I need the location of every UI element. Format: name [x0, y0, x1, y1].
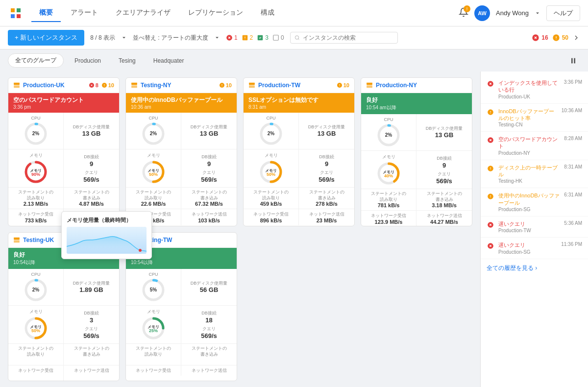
stmt-write-label: ステートメントの書き込み — [420, 191, 468, 202]
event-title[interactable]: 使用中のInnoDBバッファープール — [498, 192, 560, 206]
svg-line-9 — [298, 39, 299, 40]
memory-label: メモリ — [382, 154, 395, 160]
net-recv-label: ネットワーク受信 — [365, 213, 412, 219]
event-title[interactable]: ディスク上の一時テーブル — [498, 164, 560, 178]
sort-dropdown-icon[interactable] — [214, 35, 220, 41]
event-title[interactable]: 遅いクエリ — [498, 220, 560, 227]
event-content: InnoDBバッファープールのヒット率 Testing-CN — [498, 108, 558, 128]
stmt-read-cell: ステートメントの読み取り 781 kB/s — [361, 189, 416, 210]
nav-item-config[interactable]: 構成 — [253, 4, 282, 22]
memory-gauge-svg: メモリ 90% — [24, 160, 48, 184]
cpu-gauge-cell: CPU 2% — [8, 113, 64, 149]
display-info: 8 / 8 表示 — [90, 34, 115, 42]
cpu-gauge-cell: CPU 2% — [8, 269, 64, 305]
memory-tooltip: メモリ使用量（最終時間） — [61, 211, 152, 259]
status-bar: 空のパスワードアカウント 3:36 pm — [8, 93, 119, 113]
sort-info[interactable]: 並べ替え : アラートの重大度 — [133, 34, 208, 42]
stmt-read-label: ステートメントの読み取り — [247, 190, 294, 201]
card-title[interactable]: Production-NY — [376, 82, 467, 89]
event-dot — [487, 165, 494, 172]
svg-text:2%: 2% — [32, 131, 40, 136]
stmt-write-cell: ステートメントの書き込み 67.32 MB/s — [181, 188, 237, 209]
cpu-gauge-cell: CPU 5% — [126, 269, 181, 305]
net-send-value — [68, 374, 115, 380]
bell-icon[interactable]: ! — [459, 7, 468, 19]
query-value: 569/s — [201, 332, 217, 339]
conn-query-cell: DB接続 9 クエリ 569/s — [64, 149, 119, 187]
help-button[interactable]: ヘルプ — [546, 5, 580, 21]
conn-query-cell: DB接続 3 クエリ 569/s — [64, 306, 119, 343]
stmt-read-label: ステートメントの読み取り — [130, 190, 177, 201]
instance-card-testing-ny: Testing-NY 10 使用中のInnoDBバッファープール 10:36 a… — [125, 77, 237, 226]
card-title[interactable]: Testing-NY — [141, 82, 216, 89]
svg-point-37 — [221, 86, 222, 87]
group-tab-testing[interactable]: Tesing — [112, 55, 143, 67]
display-dropdown-icon[interactable] — [121, 35, 127, 41]
net-send-label: ネットワーク送信 — [420, 213, 468, 219]
query-label: クエリ — [202, 326, 216, 332]
query-label: クエリ — [202, 169, 216, 176]
net-send-label: ネットワーク送信 — [303, 211, 350, 218]
group-tab-headquater[interactable]: Headquater — [147, 55, 191, 67]
nav-item-overview[interactable]: 概要 — [31, 4, 61, 22]
card-badge-warning: 10 — [337, 82, 349, 88]
badge-ok[interactable]: 3 — [257, 34, 269, 41]
conn-query-cell: DB接続 9 クエリ 569/s — [299, 149, 354, 187]
cpu-label: CPU — [266, 116, 275, 121]
server-icon — [13, 82, 20, 89]
svg-rect-7 — [273, 35, 279, 41]
event-title[interactable]: インデックスを使用している行 — [498, 79, 560, 94]
card-title[interactable]: Production-TW — [258, 82, 334, 89]
event-time: 8:31 AM — [564, 164, 582, 184]
pause-button[interactable] — [566, 54, 580, 68]
badge-error[interactable]: 1 — [226, 34, 238, 41]
search-input[interactable] — [303, 34, 393, 41]
chevron-right-icon[interactable] — [572, 34, 580, 42]
memory-gauge-cell: メモリ メモリ 50% — [8, 306, 64, 343]
svg-text:2%: 2% — [150, 131, 157, 136]
db-conn-label: DB接続 — [84, 310, 99, 316]
toolbar-right: 16 50 — [532, 34, 580, 42]
memory-conn-row: メモリ メモリ 90% DB接続 9 クエリ 569/s — [8, 149, 119, 188]
svg-text:50%: 50% — [149, 172, 158, 177]
cpu-label: CPU — [31, 116, 40, 121]
instance-card-production-ny: Production-NY 良好 10:54 am以降 CPU 2% — [361, 77, 472, 226]
see-all-link[interactable]: 全ての履歴を見る › — [481, 259, 588, 277]
group-tabs: 全てのグループ Producion Tesing Headquater — [0, 49, 588, 72]
status-time: 3:36 pm — [13, 104, 114, 110]
db-disk-label: DBディスク使用量 — [73, 124, 110, 130]
memory-conn-row: メモリ メモリ 40% DB接続 9 クエリ 569/s — [361, 151, 472, 189]
card-title[interactable]: Testing-TW — [141, 237, 232, 243]
nav-item-replication[interactable]: レプリケーション — [180, 4, 251, 22]
nav-item-alerts[interactable]: アラート — [63, 4, 106, 22]
event-title[interactable]: 遅いクエリ — [498, 242, 557, 248]
db-disk-cell: DBディスク使用量 13 GB — [416, 114, 472, 150]
new-instance-button[interactable]: + 新しいインスタンス — [8, 30, 84, 46]
badge-gray[interactable]: 0 — [272, 34, 284, 41]
badge-warning[interactable]: 2 — [242, 34, 253, 41]
stmt-write-value: 278 kB/s — [303, 201, 350, 207]
warn-box-icon — [242, 34, 248, 41]
event-title[interactable]: 空のパスワードアカウント — [498, 136, 560, 150]
group-tab-production[interactable]: Producion — [68, 55, 108, 67]
stmt-write-value — [68, 357, 115, 363]
group-tab-all[interactable]: 全てのグループ — [8, 53, 64, 68]
svg-text:2%: 2% — [268, 131, 275, 136]
stmt-write-label: ステートメントの書き込み — [185, 190, 233, 201]
card-title[interactable]: Production-UK — [23, 82, 86, 89]
net-recv-value — [12, 374, 59, 380]
stmt-read-cell: ステートメントの読み取り 22.6 MB/s — [126, 188, 181, 209]
net-recv-value: 123.9 MB/s — [365, 219, 412, 225]
cpu-gauge-svg: 2% — [376, 123, 401, 147]
search-box[interactable] — [290, 32, 398, 44]
stmt-write-label: ステートメントの書き込み — [68, 190, 115, 201]
nav-item-query[interactable]: クエリアナライザ — [108, 4, 178, 22]
stmt-write-label: ステートメントの書き込み — [185, 346, 233, 357]
svg-rect-19 — [14, 86, 20, 88]
right-panel: インデックスを使用している行 Production-UK 3:36 PM Inn… — [480, 72, 588, 387]
x-event-icon — [487, 80, 494, 87]
event-title[interactable]: InnoDBバッファープールのヒット率 — [498, 108, 558, 122]
user-name: Andy Wong — [496, 9, 529, 17]
memory-gauge-svg: メモリ 50% — [259, 160, 283, 184]
net-recv-label: ネットワーク受信 — [247, 211, 294, 218]
